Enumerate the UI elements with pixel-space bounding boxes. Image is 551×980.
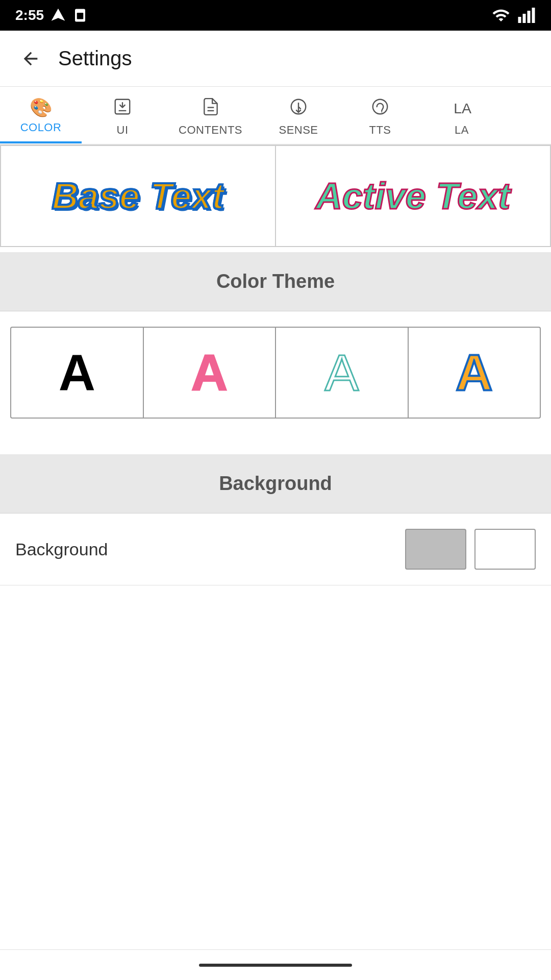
tab-ui[interactable]: UI — [82, 87, 163, 144]
theme-option-black[interactable]: A — [10, 327, 144, 419]
svg-rect-3 — [518, 17, 521, 23]
file-text-icon — [201, 97, 220, 119]
theme-letter-teal: A — [324, 344, 359, 402]
tab-tts[interactable]: TTS — [339, 87, 421, 144]
theme-grid: A A A A — [0, 311, 551, 434]
hearing-icon — [370, 97, 390, 119]
status-bar: 2:55 — [0, 0, 551, 31]
theme-option-gold[interactable]: A — [409, 327, 541, 419]
theme-option-pink[interactable]: A — [144, 327, 277, 419]
app-bar: Settings — [0, 31, 551, 87]
clock-download-icon — [289, 97, 308, 119]
background-header: Background — [0, 454, 551, 513]
color-theme-header: Color Theme — [0, 252, 551, 311]
background-title: Background — [219, 473, 332, 494]
active-text-preview[interactable]: Active Text — [275, 145, 551, 247]
theme-option-teal[interactable]: A — [276, 327, 409, 419]
svg-rect-5 — [528, 11, 531, 23]
bottom-bar — [0, 949, 551, 980]
signal-icon — [517, 6, 536, 24]
svg-text:LA: LA — [454, 100, 471, 116]
time-display: 2:55 — [15, 7, 44, 23]
color-theme-title: Color Theme — [216, 271, 335, 292]
svg-marker-0 — [52, 9, 65, 21]
tab-ui-label: UI — [117, 124, 129, 137]
preview-section: Base Text Active Text — [0, 145, 551, 247]
tab-color[interactable]: 🎨 COLOR — [0, 88, 82, 143]
background-options — [405, 529, 536, 570]
svg-point-13 — [373, 100, 388, 114]
tab-la-label: LA — [455, 124, 469, 137]
page-title: Settings — [58, 47, 132, 70]
theme-letter-pink: A — [191, 344, 228, 402]
background-label: Background — [15, 540, 395, 559]
sim-icon — [72, 8, 88, 23]
wifi-icon — [492, 6, 510, 24]
tab-tts-label: TTS — [369, 124, 391, 137]
swatch-gray[interactable] — [405, 529, 466, 570]
bottom-indicator — [199, 964, 352, 967]
theme-letter-gold: A — [456, 344, 492, 402]
status-left: 2:55 — [15, 7, 88, 23]
svg-rect-2 — [77, 13, 84, 19]
active-text-label: Active Text — [316, 175, 510, 217]
nav-icon — [50, 7, 66, 23]
base-text-preview[interactable]: Base Text — [0, 145, 275, 247]
tab-contents[interactable]: CONTENTS — [163, 87, 258, 144]
tab-la[interactable]: LA LA — [421, 87, 503, 144]
back-button[interactable] — [15, 43, 46, 74]
tab-sense-label: SENSE — [279, 124, 318, 137]
la-icon: LA — [452, 97, 471, 119]
download-box-icon — [113, 97, 132, 119]
background-row: Background — [0, 513, 551, 585]
tab-contents-label: CONTENTS — [179, 124, 242, 137]
palette-icon: 🎨 — [30, 99, 53, 117]
background-section: Background Background — [0, 454, 551, 585]
base-text-label: Base Text — [52, 175, 224, 217]
tab-color-label: COLOR — [20, 121, 62, 134]
tab-bar: 🎨 COLOR UI CONTENTS SENSE TTS LA LA — [0, 87, 551, 145]
theme-letter-black: A — [59, 344, 95, 402]
svg-rect-4 — [523, 14, 526, 23]
svg-point-14 — [381, 112, 382, 113]
svg-rect-6 — [532, 8, 535, 23]
tab-sense[interactable]: SENSE — [258, 87, 339, 144]
status-right — [492, 6, 536, 24]
swatch-white[interactable] — [474, 529, 536, 570]
